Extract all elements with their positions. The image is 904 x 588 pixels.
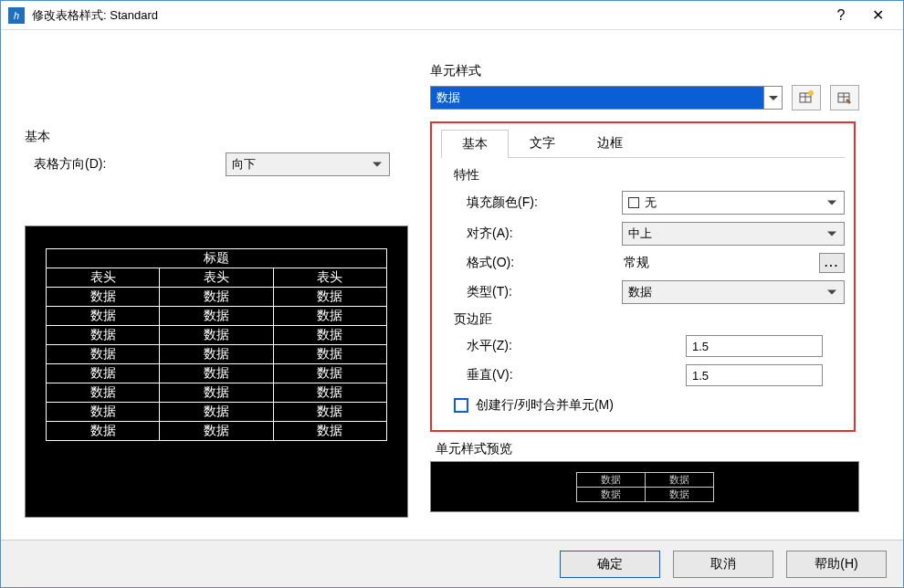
svg-point-3	[808, 90, 814, 96]
preview-header-cell: 表头	[160, 268, 273, 288]
highlighted-frame: 基本 文字 边框 特性 填充颜色(F): 无 对齐(A): 中上	[430, 121, 856, 432]
color-swatch-none-icon	[628, 197, 639, 208]
type-label: 类型(T):	[467, 284, 622, 300]
merge-cells-checkbox[interactable]	[454, 398, 468, 413]
margins-group-label: 页边距	[454, 311, 845, 328]
title-bar: h 修改表格样式: Standard ? ✕	[1, 1, 903, 30]
preview2-cell: 数据	[645, 487, 713, 501]
tab-text[interactable]: 文字	[509, 129, 576, 157]
tab-border[interactable]: 边框	[576, 129, 644, 157]
dialog-footer: 确定 取消 帮助(H)	[1, 540, 903, 587]
preview-data-cell: 数据	[160, 422, 273, 441]
table-direction-value: 向下	[232, 156, 256, 173]
app-icon: h	[8, 7, 25, 24]
preview-data-cell: 数据	[273, 288, 386, 307]
type-dropdown[interactable]: 数据	[622, 280, 845, 304]
alignment-value: 中上	[628, 226, 652, 242]
format-more-button[interactable]: ...	[819, 253, 845, 273]
fill-color-dropdown[interactable]: 无	[622, 191, 845, 215]
cell-style-section-label: 单元样式	[430, 63, 859, 79]
chevron-down-icon	[763, 87, 782, 109]
alignment-dropdown[interactable]: 中上	[622, 222, 845, 246]
horizontal-margin-input[interactable]	[686, 335, 823, 357]
table-direction-dropdown[interactable]: 向下	[226, 152, 390, 176]
preview-data-cell: 数据	[47, 403, 160, 422]
window-title: 修改表格样式: Standard	[32, 7, 823, 24]
preview-data-cell: 数据	[47, 383, 160, 403]
format-label: 格式(O):	[467, 255, 622, 271]
preview-data-cell: 数据	[273, 345, 386, 364]
preview-data-cell: 数据	[273, 326, 386, 345]
tab-bar: 基本 文字 边框	[441, 129, 845, 158]
format-value: 常规	[622, 255, 812, 271]
merge-cells-label: 创建行/列时合并单元(M)	[476, 397, 614, 414]
preview-data-cell: 数据	[160, 307, 273, 326]
preview-table: 标题 表头 表头 表头 数据数据数据 数据数据数据 数据数据数据 数据数据数据 …	[46, 248, 387, 441]
preview-data-cell: 数据	[47, 364, 160, 383]
cancel-button[interactable]: 取消	[673, 551, 773, 578]
preview-data-cell: 数据	[47, 345, 160, 364]
horizontal-margin-label: 水平(Z):	[467, 338, 686, 354]
table-new-icon	[798, 89, 815, 106]
preview-data-cell: 数据	[273, 422, 386, 441]
preview-data-cell: 数据	[47, 422, 160, 441]
ok-button[interactable]: 确定	[560, 551, 660, 578]
cell-style-preview-box: 数据数据 数据数据	[430, 461, 859, 512]
help-button[interactable]: ?	[823, 3, 859, 28]
preview-data-cell: 数据	[160, 345, 273, 364]
cell-style-value: 数据	[436, 89, 460, 106]
dialog-window: h 修改表格样式: Standard ? ✕ 基本 表格方向(D): 向下 标题…	[0, 0, 904, 588]
preview-data-cell: 数据	[160, 383, 273, 403]
preview-data-cell: 数据	[160, 403, 273, 422]
fill-color-label: 填充颜色(F):	[467, 194, 622, 211]
preview-data-cell: 数据	[47, 326, 160, 345]
manage-cell-styles-button[interactable]	[830, 85, 859, 110]
merge-cells-checkbox-row[interactable]: 创建行/列时合并单元(M)	[454, 397, 845, 414]
alignment-label: 对齐(A):	[467, 226, 622, 242]
preview-header-cell: 表头	[47, 268, 160, 288]
preview-data-cell: 数据	[273, 383, 386, 403]
preview-data-cell: 数据	[160, 326, 273, 345]
cell-style-preview-table: 数据数据 数据数据	[576, 472, 714, 502]
preview2-cell: 数据	[576, 472, 645, 487]
properties-group-label: 特性	[454, 167, 845, 184]
preview-data-cell: 数据	[160, 288, 273, 307]
tab-basic[interactable]: 基本	[441, 130, 509, 158]
preview2-cell: 数据	[645, 472, 713, 487]
preview-data-cell: 数据	[160, 364, 273, 383]
preview-header-cell: 表头	[273, 268, 386, 288]
basic-section-label: 基本	[25, 129, 408, 145]
table-manage-icon	[836, 89, 853, 106]
vertical-margin-label: 垂直(V):	[467, 367, 686, 383]
style-preview-panel: 标题 表头 表头 表头 数据数据数据 数据数据数据 数据数据数据 数据数据数据 …	[25, 226, 408, 518]
new-cell-style-button[interactable]	[792, 85, 821, 110]
type-value: 数据	[628, 284, 652, 300]
table-direction-label: 表格方向(D):	[25, 156, 226, 173]
preview-data-cell: 数据	[47, 307, 160, 326]
cell-style-preview-label: 单元样式预览	[436, 441, 859, 457]
preview-data-cell: 数据	[47, 288, 160, 307]
close-button[interactable]: ✕	[859, 3, 896, 28]
fill-color-value: 无	[645, 194, 657, 211]
cell-style-dropdown[interactable]: 数据	[430, 86, 783, 110]
preview-data-cell: 数据	[273, 307, 386, 326]
preview-title-cell: 标题	[47, 249, 387, 268]
help-button-footer[interactable]: 帮助(H)	[786, 551, 887, 578]
preview2-cell: 数据	[576, 487, 645, 501]
vertical-margin-input[interactable]	[686, 364, 823, 386]
preview-data-cell: 数据	[273, 364, 386, 383]
preview-data-cell: 数据	[273, 403, 386, 422]
